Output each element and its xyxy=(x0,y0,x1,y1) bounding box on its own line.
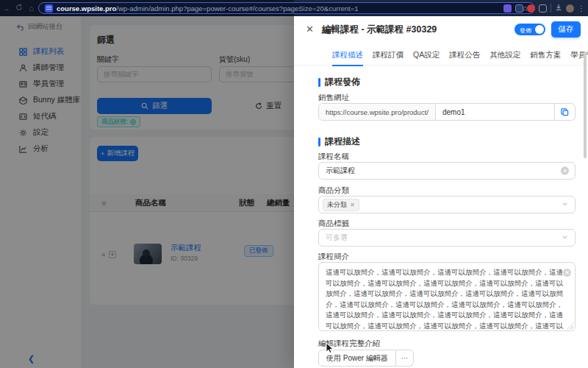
close-icon[interactable]: ✕ xyxy=(306,24,314,35)
mouse-cursor xyxy=(326,342,334,354)
section-title-publish: 課程發佈 xyxy=(318,76,360,88)
screenshot-root: ← → ⌂ course.wpsite.pro /wp-admin/admin.… xyxy=(0,0,588,368)
extension-icon-red[interactable] xyxy=(527,4,535,13)
extension-icon-dark[interactable] xyxy=(515,4,523,13)
remove-tag-icon[interactable]: ✕ xyxy=(350,202,355,208)
copy-url-button[interactable] xyxy=(554,104,575,120)
toolbar-divider xyxy=(551,4,551,13)
course-name-input[interactable]: 示範課程 ✕ xyxy=(318,162,576,180)
course-name-label: 課程名稱 xyxy=(318,152,349,162)
extensions-puzzle-icon[interactable] xyxy=(539,4,547,13)
save-button[interactable]: 儲存 xyxy=(551,21,581,38)
drawer-tabs: 課程描述 課程訂價 QA設定 課程公告 其他設定 銷售方案 學員管理 xyxy=(294,46,588,66)
sales-url-label: 銷售網址 xyxy=(318,93,349,103)
publish-toggle[interactable]: 發佈 xyxy=(514,24,545,35)
admin-page: 回網站後台 課程列表 講師管理 學員管理 Bunny 媒體庫 短代碼 xyxy=(0,16,588,368)
tab-sales-plan[interactable]: 銷售方案 xyxy=(530,46,561,66)
sales-url-input[interactable]: demo1 xyxy=(436,108,554,116)
intro-label: 課程簡介 xyxy=(318,252,349,262)
sales-url-input-group: https://course.wpsite.pro/product/ demo1 xyxy=(318,103,576,121)
address-bar[interactable]: course.wpsite.pro /wp-admin/admin.php?pa… xyxy=(38,2,535,14)
extension-icon-purple[interactable] xyxy=(503,4,512,13)
edit-course-drawer: ✕ 編輯課程 - 示範課程 #30329 發佈 儲存 課程描述 課程訂價 QA設… xyxy=(294,16,588,368)
chevron-down-icon xyxy=(562,234,568,242)
chevron-down-icon xyxy=(562,201,568,209)
tab-course-pricing[interactable]: 課程訂價 xyxy=(373,46,404,66)
publish-toggle-label: 發佈 xyxy=(520,26,531,35)
drawer-scrollbar[interactable] xyxy=(584,52,587,158)
tab-other-settings[interactable]: 其他設定 xyxy=(490,46,520,66)
tab-course-announcement[interactable]: 課程公告 xyxy=(449,46,480,66)
browser-profile-avatar[interactable] xyxy=(566,4,574,13)
clear-input-icon[interactable]: ✕ xyxy=(561,167,569,175)
tags-label: 商品標籤 xyxy=(318,219,349,229)
tags-select[interactable]: 可多選 xyxy=(318,229,576,247)
tab-course-description[interactable]: 課程描述 xyxy=(332,46,363,66)
toggle-knob xyxy=(535,25,544,34)
copy-icon xyxy=(561,108,569,116)
url-host: course.wpsite.pro xyxy=(57,4,116,13)
intro-textarea[interactable]: 這邊可以放簡介，這邊可以放簡介，這邊可以放簡介，這邊可以放簡介，這邊可以放簡介，… xyxy=(318,262,576,331)
tab-qa-settings[interactable]: QA設定 xyxy=(413,46,440,66)
browser-extensions-area: ⋮ xyxy=(503,0,585,16)
category-select[interactable]: 未分類 ✕ xyxy=(318,196,576,213)
section-title-description: 課程描述 xyxy=(318,135,360,148)
modal-dim-overlay[interactable] xyxy=(0,16,294,368)
clear-textarea-icon[interactable]: ✕ xyxy=(563,269,571,277)
editor-more-button[interactable]: ⋯ xyxy=(396,350,414,367)
download-icon[interactable] xyxy=(555,4,562,13)
tab-group-icon xyxy=(45,4,53,13)
category-label: 商品分類 xyxy=(318,185,349,196)
category-tag: 未分類 ✕ xyxy=(323,199,359,211)
browser-menu-icon[interactable]: ⋮ xyxy=(578,4,585,13)
resize-handle[interactable] xyxy=(567,323,573,329)
url-path: /wp-admin/admin.php?page=power-course#/c… xyxy=(116,4,517,13)
sales-url-prefix: https://course.wpsite.pro/product/ xyxy=(319,104,436,120)
browser-toolbar: ← → ⌂ course.wpsite.pro /wp-admin/admin.… xyxy=(0,0,588,16)
drawer-title: 編輯課程 - 示範課程 #30329 xyxy=(322,24,437,36)
